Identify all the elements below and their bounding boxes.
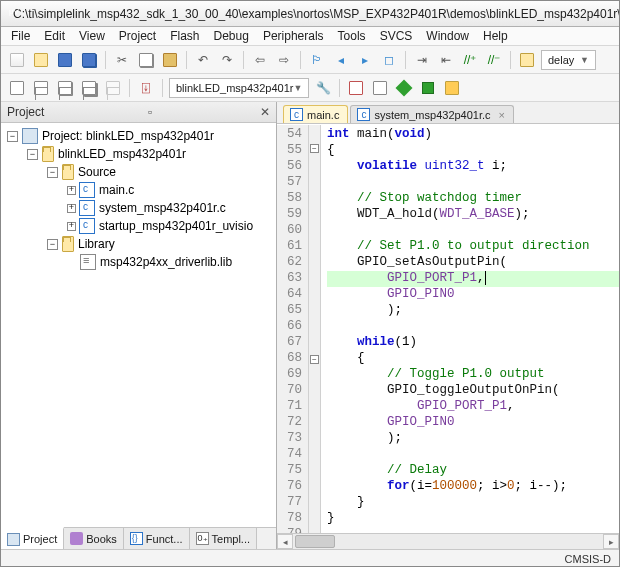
menu-window[interactable]: Window	[426, 29, 469, 43]
editor-hscrollbar[interactable]: ◂ ▸	[277, 533, 619, 549]
outdent-button[interactable]: ⇤	[436, 50, 456, 70]
pack-green-button[interactable]	[394, 78, 414, 98]
find-combo-text: delay	[548, 54, 574, 66]
editor-tab[interactable]: system_msp432p401r.c ×	[350, 105, 514, 123]
rebuild-button[interactable]	[55, 78, 75, 98]
tree-file[interactable]: + system_msp432p401r.c	[3, 199, 274, 217]
expander-icon[interactable]: −	[47, 167, 58, 178]
panel-tab-project[interactable]: Project	[1, 527, 64, 549]
save-button[interactable]	[55, 50, 75, 70]
paste-button[interactable]	[160, 50, 180, 70]
window-title: C:\ti\simplelink_msp432_sdk_1_30_00_40\e…	[13, 7, 619, 21]
folder-icon	[62, 164, 74, 180]
batch-build-button[interactable]	[79, 78, 99, 98]
c-file-icon	[290, 108, 303, 121]
tree-file[interactable]: + main.c	[3, 181, 274, 199]
uncomment-button[interactable]: //⁻	[484, 50, 504, 70]
tree-source-group[interactable]: − Source	[3, 163, 274, 181]
menu-tools[interactable]: Tools	[338, 29, 366, 43]
file-ext-button[interactable]	[370, 78, 390, 98]
c-file-icon	[79, 182, 95, 198]
new-file-button[interactable]	[7, 50, 27, 70]
rte-button[interactable]	[418, 78, 438, 98]
panel-tab-templates[interactable]: Templ...	[190, 528, 258, 549]
build-button[interactable]	[31, 78, 51, 98]
editor-tab-label: system_msp432p401r.c	[374, 109, 490, 121]
menu-view[interactable]: View	[79, 29, 105, 43]
nav-back-button[interactable]: ⇦	[250, 50, 270, 70]
line-number-gutter: 5455565758596061626364656667686970717273…	[277, 125, 309, 533]
target-select-text: blinkLED_msp432p401r	[176, 82, 293, 94]
tree-project-root[interactable]: − Project: blinkLED_msp432p401r	[3, 127, 274, 145]
fold-column[interactable]: −−	[309, 125, 321, 533]
menu-edit[interactable]: Edit	[44, 29, 65, 43]
project-panel-header: Project ▫ ✕	[1, 102, 276, 123]
expander-icon[interactable]: +	[67, 222, 76, 231]
project-panel-close-button[interactable]: ▫	[148, 105, 152, 119]
close-tab-icon[interactable]: ×	[499, 109, 505, 121]
find-button[interactable]	[517, 50, 537, 70]
source-text[interactable]: int main(void){ volatile uint32_t i; // …	[321, 125, 619, 533]
project-icon	[22, 128, 38, 144]
scroll-left-button[interactable]: ◂	[277, 534, 293, 549]
window-titlebar: C:\ti\simplelink_msp432_sdk_1_30_00_40\e…	[1, 1, 619, 27]
download-button[interactable]: ⍗	[136, 78, 156, 98]
folder-icon	[62, 236, 74, 252]
editor-tab[interactable]: main.c	[283, 105, 348, 123]
menu-debug[interactable]: Debug	[214, 29, 249, 43]
tree-file[interactable]: + startup_msp432p401r_uvisio	[3, 217, 274, 235]
target-select[interactable]: blinkLED_msp432p401r ▼	[169, 78, 309, 98]
menu-help[interactable]: Help	[483, 29, 508, 43]
indent-button[interactable]: ⇥	[412, 50, 432, 70]
redo-button[interactable]: ↷	[217, 50, 237, 70]
find-combo[interactable]: delay ▼	[541, 50, 596, 70]
tree-node-label: system_msp432p401r.c	[99, 201, 226, 215]
editor-tab-label: main.c	[307, 109, 339, 121]
panel-tab-books[interactable]: Books	[64, 528, 124, 549]
menu-project[interactable]: Project	[119, 29, 156, 43]
scroll-right-button[interactable]: ▸	[603, 534, 619, 549]
code-editor[interactable]: 5455565758596061626364656667686970717273…	[277, 124, 619, 533]
expander-icon[interactable]: −	[27, 149, 38, 160]
project-panel-title: Project	[7, 105, 44, 119]
target-options-button[interactable]: 🔧	[313, 78, 333, 98]
menu-svcs[interactable]: SVCS	[380, 29, 413, 43]
c-file-icon	[79, 200, 95, 216]
save-all-button[interactable]	[79, 50, 99, 70]
undo-button[interactable]: ↶	[193, 50, 213, 70]
menu-peripherals[interactable]: Peripherals	[263, 29, 324, 43]
expander-icon[interactable]: +	[67, 204, 76, 213]
comment-button[interactable]: //⁺	[460, 50, 480, 70]
project-panel-x-button[interactable]: ✕	[260, 105, 270, 119]
cut-button[interactable]: ✂	[112, 50, 132, 70]
tree-lib-group[interactable]: − Library	[3, 235, 274, 253]
bookmark-toggle-button[interactable]: 🏳	[307, 50, 327, 70]
expander-icon[interactable]: −	[7, 131, 18, 142]
tree-file[interactable]: msp432p4xx_driverlib.lib	[3, 253, 274, 271]
pack-installer-button[interactable]	[442, 78, 462, 98]
bookmark-next-button[interactable]: ▸	[355, 50, 375, 70]
project-panel: Project ▫ ✕ − Project: blinkLED_msp432p4…	[1, 102, 277, 549]
folder-icon	[42, 146, 54, 162]
stop-build-button[interactable]	[103, 78, 123, 98]
menu-flash[interactable]: Flash	[170, 29, 199, 43]
project-tree[interactable]: − Project: blinkLED_msp432p401r − blinkL…	[1, 123, 276, 527]
statusbar: CMSIS-D	[1, 549, 619, 567]
tree-node-label: Source	[78, 165, 116, 179]
copy-button[interactable]	[136, 50, 156, 70]
bookmark-prev-button[interactable]: ◂	[331, 50, 351, 70]
toolbar-standard: ✂ ↶ ↷ ⇦ ⇨ 🏳 ◂ ▸ ◻ ⇥ ⇤ //⁺ //⁻ delay ▼	[1, 46, 619, 74]
nav-fwd-button[interactable]: ⇨	[274, 50, 294, 70]
open-file-button[interactable]	[31, 50, 51, 70]
tree-target[interactable]: − blinkLED_msp432p401r	[3, 145, 274, 163]
status-right: CMSIS-D	[565, 553, 611, 565]
translate-button[interactable]	[7, 78, 27, 98]
menu-file[interactable]: File	[11, 29, 30, 43]
manage-button[interactable]	[346, 78, 366, 98]
expander-icon[interactable]: −	[47, 239, 58, 250]
scroll-thumb[interactable]	[295, 535, 335, 548]
panel-tab-functions[interactable]: Funct...	[124, 528, 190, 549]
c-file-icon	[79, 218, 95, 234]
bookmark-clear-button[interactable]: ◻	[379, 50, 399, 70]
expander-icon[interactable]: +	[67, 186, 76, 195]
